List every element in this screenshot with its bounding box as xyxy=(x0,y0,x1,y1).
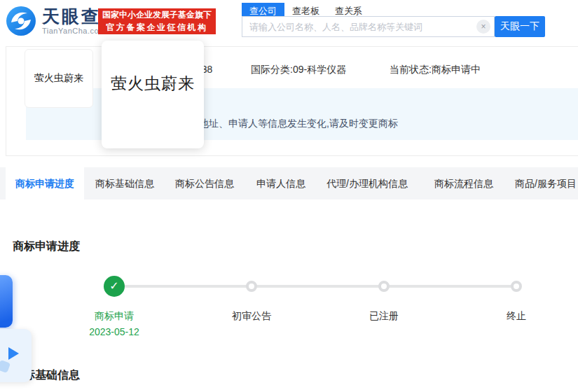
timeline-line xyxy=(114,285,516,288)
international-class: 国际分类:09-科学仪器 xyxy=(251,64,346,76)
tab-trademark-progress[interactable]: 商标申请进度 xyxy=(6,167,84,200)
tab-process-info[interactable]: 商标流程信息 xyxy=(434,167,493,200)
trademark-preview-text: 萤火虫蔚来 xyxy=(111,73,195,94)
tab-goods-services[interactable]: 商品/服务项目 xyxy=(515,167,577,200)
timeline-node-registered xyxy=(378,281,390,292)
decor-blob-icon xyxy=(0,360,11,373)
current-status-label: 当前状态: xyxy=(390,64,432,75)
tianyancha-logo-icon xyxy=(6,6,36,36)
badge-line2: 官方备案企业征信机构 xyxy=(106,22,208,34)
search-button[interactable]: 天眼一下 xyxy=(495,16,545,37)
step-label-application: 商标申请 xyxy=(95,310,134,323)
brand-domain: TianYanCha.com xyxy=(42,27,106,35)
play-arrow-icon xyxy=(8,347,19,360)
step-label-registered: 已注册 xyxy=(369,310,399,323)
trademark-image-preview-popup: 萤火虫蔚来 xyxy=(102,41,204,148)
step-label-terminated: 终止 xyxy=(507,310,526,323)
step-date-application: 2023-05-12 xyxy=(89,326,139,337)
brand-name: 天眼查 xyxy=(42,8,106,25)
floating-side-tab[interactable] xyxy=(0,275,13,328)
timeline-node-terminated xyxy=(511,281,522,292)
timeline-node-preliminary xyxy=(246,281,257,292)
international-class-value: 09-科学仪器 xyxy=(293,64,346,75)
check-icon: ✓ xyxy=(104,276,125,297)
tab-agency-info[interactable]: 代理/办理机构信息 xyxy=(326,167,408,200)
trademark-image-thumbnail[interactable]: 萤火虫蔚来 xyxy=(25,49,93,108)
tab-announcement-info[interactable]: 商标公告信息 xyxy=(175,167,234,200)
tab-applicant-info[interactable]: 申请人信息 xyxy=(256,167,305,200)
tianyancha-logo[interactable]: 天眼查 TianYanCha.com xyxy=(6,6,106,36)
step-label-preliminary: 初审公告 xyxy=(232,310,271,323)
international-class-label: 国际分类: xyxy=(251,64,293,75)
floating-promo-widget[interactable] xyxy=(0,329,32,382)
search-input[interactable] xyxy=(242,16,495,37)
progress-section-title: 商标申请进度 xyxy=(13,239,80,254)
tab-basic-info[interactable]: 商标基础信息 xyxy=(95,167,154,200)
badge-line1: 国家中小企业发展子基金旗下 xyxy=(102,9,212,21)
current-status: 当前状态:商标申请中 xyxy=(390,64,481,76)
official-certification-badge: 国家中小企业发展子基金旗下 官方备案企业征信机构 xyxy=(98,8,216,34)
current-status-value: 商标申请中 xyxy=(432,64,481,75)
change-notice-text: 地址、申请人等信息发生变化,请及时变更商标 xyxy=(199,118,398,130)
clear-icon[interactable]: × xyxy=(476,20,490,34)
detail-tabbar: 商标申请进度 商标基础信息 商标公告信息 申请人信息 代理/办理机构信息 商标流… xyxy=(0,167,578,200)
